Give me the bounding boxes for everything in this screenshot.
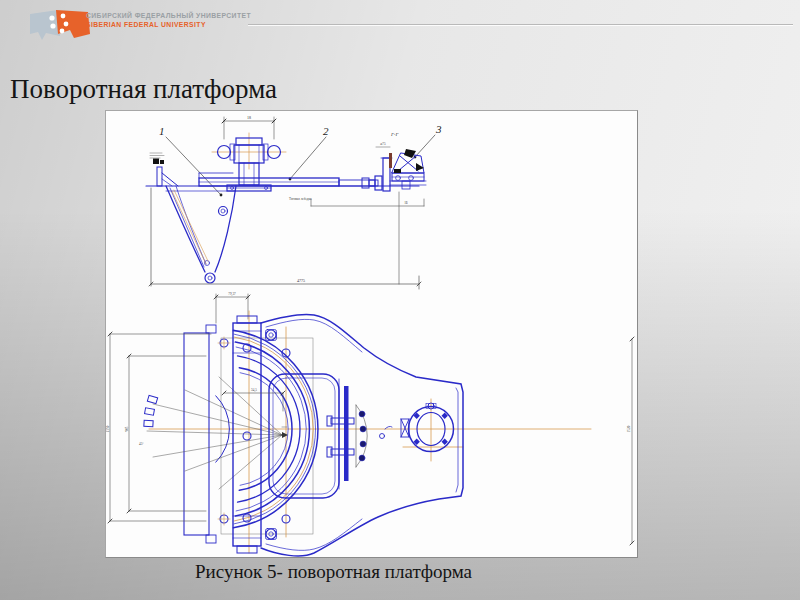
figure-caption: Рисунок 5- поворотная платформа [195, 561, 472, 583]
plan-view-drawing: 2150 905 45° 34,5 1520 [106, 311, 634, 556]
dim-diameter: ⌀75 [380, 142, 386, 146]
university-name-ru: СИБИРСКИЙ ФЕДЕРАЛЬНЫЙ УНИВЕРСИТЕТ [86, 11, 251, 20]
dim-body-height: 1520 [627, 425, 631, 432]
logo-orange-flag [56, 10, 90, 38]
dim-angle: 45° [139, 442, 144, 446]
tiny-note: Тяговая лебедка [289, 197, 312, 201]
dim-height-outer: 2150 [106, 425, 110, 432]
dim-plate-width: 79,37 [228, 292, 236, 297]
dim-plate-offset: 34,5 [251, 388, 257, 393]
sfu-logo-icon [26, 6, 94, 42]
side-view-drawing: 18 1 2 3 Г-Г [146, 115, 442, 323]
slide-header: СИБИРСКИЙ ФЕДЕРАЛЬНЫЙ УНИВЕРСИТЕТ SIBERI… [0, 0, 800, 50]
dim-detail: 1Б [404, 201, 408, 205]
dim-overall-length: 4775 [297, 278, 305, 283]
rotary-platform-drawing: 18 1 2 3 Г-Г [106, 111, 637, 557]
dim-height-inner: 905 [125, 426, 129, 431]
university-name: СИБИРСКИЙ ФЕДЕРАЛЬНЫЙ УНИВЕРСИТЕТ SIBERI… [86, 11, 251, 29]
dim-top-width: 18 [247, 115, 251, 120]
callout-2: 2 [323, 125, 329, 137]
logo-gray-flag [30, 10, 60, 40]
callout-1: 1 [159, 125, 165, 137]
slide: { "slide": { "header": { "line1": "СИБИР… [0, 0, 800, 600]
header-divider [248, 24, 793, 25]
section-label: Г-Г [390, 132, 399, 137]
slide-title: Поворотная платформа [10, 74, 277, 105]
callout-3: 3 [435, 123, 442, 135]
university-name-en: SIBERIAN FEDERAL UNIVERSITY [86, 20, 251, 29]
figure-image: 18 1 2 3 Г-Г [105, 110, 638, 558]
